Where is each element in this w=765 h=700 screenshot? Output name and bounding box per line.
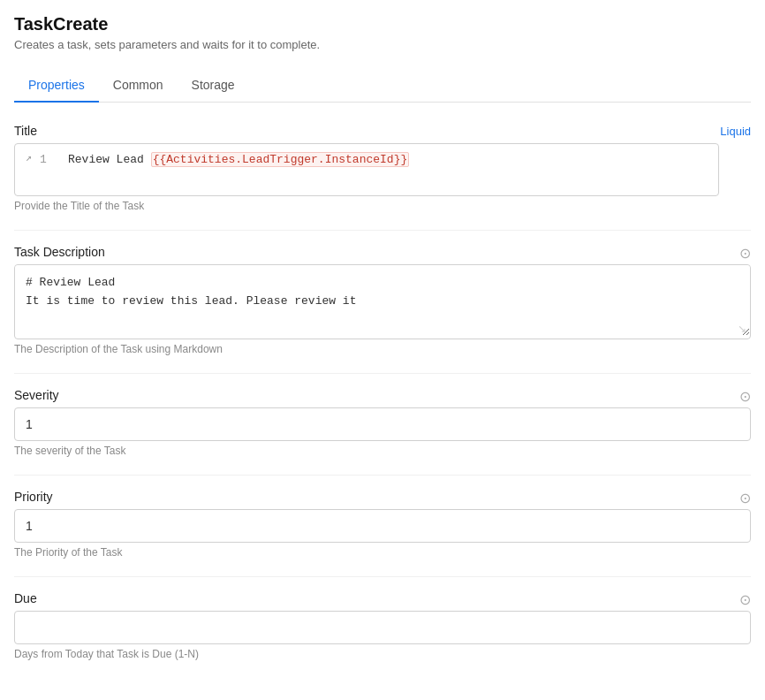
priority-input-wrapper [14, 509, 751, 543]
due-options-icon[interactable]: ⊙ [739, 591, 751, 608]
task-description-options-icon[interactable]: ⊙ [739, 245, 751, 262]
code-content: Review Lead {{Activities.LeadTrigger.Ins… [50, 151, 409, 169]
task-description-wrapper: # Review Lead It is time to review this … [14, 264, 751, 339]
tabs-bar: Properties Common Storage [14, 69, 751, 103]
title-hint: Provide the Title of the Task [14, 200, 751, 212]
code-prefix: Review Lead [68, 153, 151, 166]
severity-hint: The severity of the Task [14, 445, 751, 457]
title-label: Title [14, 124, 37, 138]
liquid-link[interactable]: Liquid [720, 125, 751, 138]
due-hint: Days from Today that Task is Due (1-N) [14, 648, 751, 660]
tab-common[interactable]: Common [99, 69, 178, 103]
task-description-label: Task Description [14, 245, 105, 259]
tab-storage[interactable]: Storage [178, 69, 249, 103]
expand-icon: ↗ [26, 151, 32, 164]
title-code-editor[interactable]: ↗ 1 Review Lead {{Activities.LeadTrigger… [14, 143, 719, 196]
severity-input[interactable] [14, 407, 751, 441]
priority-options-icon[interactable]: ⊙ [739, 490, 751, 506]
task-description-hint: The Description of the Task using Markdo… [14, 343, 751, 355]
due-input-wrapper [14, 611, 751, 644]
due-input[interactable] [14, 611, 751, 644]
tab-properties[interactable]: Properties [14, 69, 99, 103]
resize-icon: ↘ [738, 323, 746, 335]
severity-input-wrapper [14, 407, 751, 441]
code-variable: {{Activities.LeadTrigger.InstanceId}} [151, 152, 410, 167]
task-description-input[interactable]: # Review Lead It is time to review this … [15, 265, 750, 336]
line-number: 1 [40, 153, 47, 166]
severity-options-icon[interactable]: ⊙ [739, 388, 751, 405]
priority-hint: The Priority of the Task [14, 546, 751, 559]
due-label: Due [14, 591, 37, 605]
page-subtitle: Creates a task, sets parameters and wait… [14, 38, 751, 51]
severity-label: Severity [14, 388, 59, 402]
priority-input[interactable] [14, 509, 751, 543]
priority-label: Priority [14, 490, 53, 504]
page-title: TaskCreate [14, 14, 751, 34]
